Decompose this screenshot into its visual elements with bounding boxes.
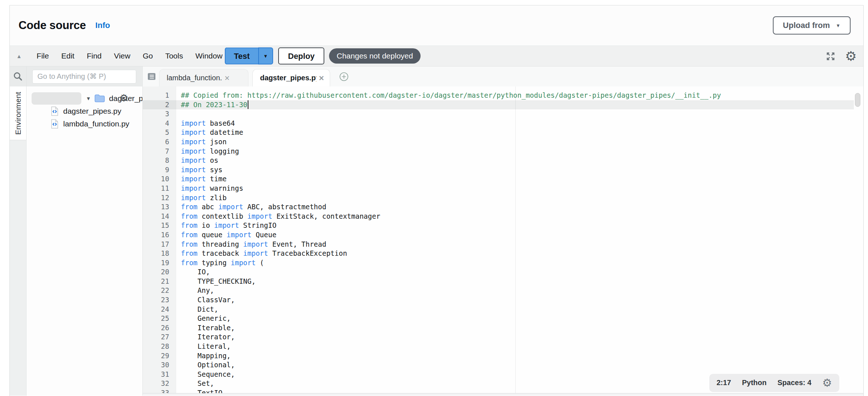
text-cursor — [248, 100, 248, 109]
tab-spaces[interactable]: Spaces: 4 — [778, 378, 811, 388]
code-line: Optional, — [177, 360, 863, 370]
code-line: Mapping, — [177, 351, 863, 361]
code-content: ## Copied from: https://raw.githubuserco… — [177, 91, 863, 396]
goto-anything-input[interactable] — [32, 70, 136, 84]
tree-settings-button[interactable]: ⚙ ▾ — [119, 93, 132, 103]
fullscreen-icon[interactable] — [826, 51, 836, 61]
menu-go[interactable]: Go — [137, 52, 159, 60]
chevron-down-icon: ▼ — [836, 23, 840, 28]
tree-file-row[interactable]: lambda_function.py — [27, 117, 142, 130]
editor-tabbar: lambda_function. × dagster_pipes.py × — [143, 66, 863, 86]
code-line: import sys — [177, 165, 863, 175]
line-number: 9 — [143, 165, 176, 175]
code-line: Dict, — [177, 305, 863, 314]
code-line: Iterator, — [177, 332, 863, 342]
environment-tab-label: Environment — [14, 92, 23, 135]
test-dropdown-button[interactable]: ▼ — [258, 48, 273, 65]
upload-from-label: Upload from — [783, 21, 830, 30]
line-number: 15 — [143, 221, 176, 230]
tab-label: dagster_pipes.py — [260, 74, 316, 82]
code-line: from typing import ( — [177, 258, 863, 268]
line-number: 12 — [143, 193, 176, 203]
menu-tools[interactable]: Tools — [159, 52, 189, 60]
folder-icon — [94, 94, 105, 103]
editor-gutter[interactable]: 1234567891011121314151617181920212223242… — [143, 86, 176, 393]
tree-folder-row[interactable]: ▼ dagster_pipes_funct ⚙ ▾ — [27, 92, 142, 105]
code-line: from contextlib import ExitStack, contex… — [177, 212, 863, 221]
code-line: ## On 2023-11-30 — [177, 100, 863, 110]
menu-edit[interactable]: Edit — [55, 52, 81, 60]
code-source-card: Code source Info Upload from ▼ ▲ FileEdi… — [9, 5, 864, 396]
line-number: 14 — [143, 212, 176, 221]
environment-tab[interactable]: Environment — [10, 86, 26, 140]
line-number: 32 — [143, 379, 176, 388]
line-number: 17 — [143, 240, 176, 249]
line-number: 5 — [143, 128, 176, 137]
code-line: Generic, — [177, 314, 863, 323]
code-line: from queue import Queue — [177, 230, 863, 240]
tab-lambda-function[interactable]: lambda_function. × — [159, 69, 248, 86]
code-line: TYPE_CHECKING, — [177, 277, 863, 286]
chevron-down-icon: ▾ — [130, 96, 132, 100]
deploy-button[interactable]: Deploy — [278, 48, 324, 65]
line-number: 25 — [143, 314, 176, 323]
line-number: 6 — [143, 137, 176, 147]
python-file-icon — [50, 106, 59, 116]
ide-settings-gear-icon[interactable]: ⚙ — [845, 50, 857, 63]
editor-settings-gear-icon[interactable]: ⚙ — [822, 377, 832, 388]
code-line: from traceback import TracebackException — [177, 249, 863, 258]
line-number: 26 — [143, 323, 176, 333]
line-number: 4 — [143, 119, 176, 128]
line-number: 18 — [143, 249, 176, 258]
line-number: 27 — [143, 332, 176, 342]
code-line: Literal, — [177, 342, 863, 351]
language-mode[interactable]: Python — [742, 378, 767, 388]
menu-file[interactable]: File — [31, 52, 55, 60]
line-number: 7 — [143, 147, 176, 156]
code-line: import datetime — [177, 128, 863, 137]
line-number: 13 — [143, 202, 176, 212]
cursor-position[interactable]: 2:17 — [717, 378, 731, 388]
python-file-icon — [50, 119, 59, 129]
info-link[interactable]: Info — [96, 21, 110, 30]
selected-row-highlight — [32, 92, 81, 105]
collapse-panel-icon[interactable]: ▲ — [16, 53, 22, 59]
test-button-label: Test — [234, 51, 250, 61]
chevron-down-icon[interactable]: ▼ — [86, 96, 91, 101]
line-number: 16 — [143, 230, 176, 240]
menu-view[interactable]: View — [108, 52, 137, 60]
menu-list: FileEditFindViewGoToolsWindow — [31, 52, 229, 60]
test-split-button: Test ▼ — [225, 48, 273, 65]
code-line: import zlib — [177, 193, 863, 203]
code-line: import json — [177, 137, 863, 147]
badge-label: Changes not deployed — [337, 52, 413, 60]
menubar-right-icons: ⚙ — [826, 46, 857, 66]
line-number: 24 — [143, 305, 176, 314]
close-icon[interactable]: × — [224, 74, 230, 82]
code-editor[interactable]: 1234567891011121314151617181920212223242… — [143, 86, 863, 396]
menu-window[interactable]: Window — [189, 52, 229, 60]
line-number: 1 — [143, 91, 176, 100]
new-tab-icon[interactable] — [339, 72, 349, 82]
tab-list-icon[interactable] — [147, 72, 157, 81]
line-number: 11 — [143, 184, 176, 193]
goto-anything-row — [27, 66, 142, 86]
code-line: IO, — [177, 267, 863, 277]
menu-find[interactable]: Find — [81, 52, 108, 60]
rail-filler — [10, 140, 26, 396]
line-number: 20 — [143, 267, 176, 277]
close-icon[interactable]: × — [319, 74, 324, 82]
code-line: ClassVar, — [177, 295, 863, 305]
upload-from-button[interactable]: Upload from ▼ — [773, 16, 851, 35]
line-number: 21 — [143, 277, 176, 286]
vertical-scrollbar-thumb[interactable] — [855, 93, 860, 107]
code-line: from io import StringIO — [177, 221, 863, 230]
editor-statusbar: 2:17 Python Spaces: 4 ⚙ — [709, 374, 839, 392]
test-button[interactable]: Test — [225, 48, 258, 65]
line-number: 22 — [143, 286, 176, 295]
code-line: import time — [177, 174, 863, 184]
code-line: import os — [177, 156, 863, 165]
tab-label: lambda_function. — [167, 74, 222, 82]
tab-dagster-pipes[interactable]: dagster_pipes.py × — [252, 69, 330, 86]
tree-file-row[interactable]: dagster_pipes.py — [27, 105, 142, 117]
